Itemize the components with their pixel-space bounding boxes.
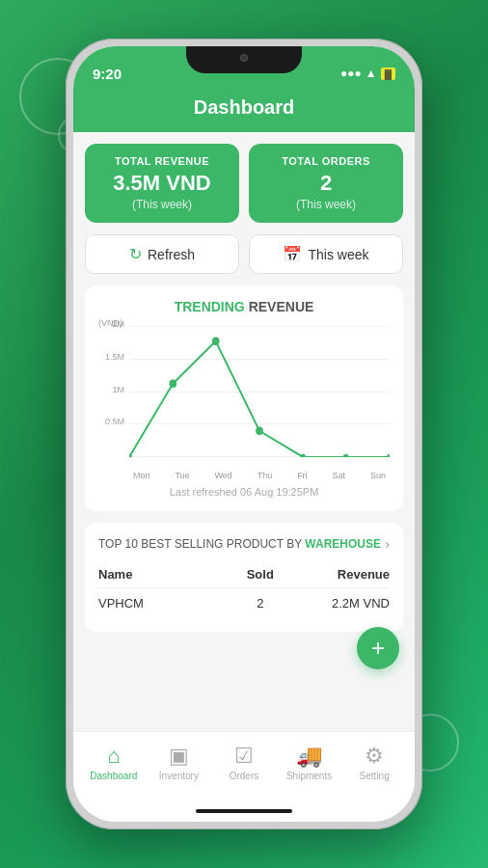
orders-icon: ☑: [234, 744, 254, 769]
dot-fri: [300, 454, 306, 457]
table-header: Name Sold Revenue: [98, 561, 390, 588]
revenue-label: TOTAL REVENUE: [96, 155, 228, 167]
x-label-sat: Sat: [333, 471, 346, 480]
x-label-mon: Mon: [133, 471, 150, 480]
chart-title: TRENDING REVENUE: [98, 299, 390, 314]
this-week-label: This week: [308, 247, 368, 262]
nav-inventory-label: Inventory: [159, 771, 199, 781]
cell-name-0: VPHCM: [98, 596, 228, 610]
nav-setting[interactable]: ⚙ Setting: [341, 744, 407, 781]
status-time: 9:20: [93, 66, 122, 82]
refresh-label: Refresh: [148, 247, 195, 262]
col-header-revenue: Revenue: [292, 567, 390, 582]
x-label-sun: Sun: [370, 471, 386, 480]
x-label-tue: Tue: [175, 471, 189, 480]
chart-line: [129, 341, 390, 457]
chart-svg: [129, 326, 390, 457]
home-indicator: [73, 800, 415, 822]
cell-revenue-0: 2.2M VND: [292, 596, 390, 610]
nav-orders[interactable]: ☑ Orders: [211, 744, 277, 781]
app-header: Dashboard: [73, 89, 415, 132]
x-label-wed: Wed: [214, 471, 231, 480]
wifi-icon: ▲: [366, 67, 377, 80]
setting-icon: ⚙: [365, 744, 384, 769]
x-label-thu: Thu: [258, 471, 273, 480]
nav-shipments-label: Shipments: [286, 771, 332, 781]
total-orders-card: TOTAL ORDERS 2 (This week): [249, 144, 403, 223]
col-header-name: Name: [98, 567, 228, 582]
orders-period: (This week): [260, 198, 392, 211]
nav-dashboard-label: Dashboard: [90, 771, 137, 781]
selling-title-prefix: TOP 10 BEST SELLING PRODUCT BY: [98, 537, 302, 551]
calendar-icon: 📅: [283, 245, 302, 263]
table-row: VPHCM 2 2.2M VND: [98, 588, 390, 618]
camera: [240, 54, 248, 62]
fab-plus-icon: +: [371, 635, 385, 662]
chart-area: (VND) 2M 1.5M 1M: [98, 326, 390, 480]
dot-wed: [212, 338, 220, 345]
orders-label: TOTAL ORDERS: [260, 155, 392, 167]
nav-orders-label: Orders: [230, 771, 259, 781]
status-bar: 9:20 ●●● ▲ ▓: [73, 46, 415, 89]
chart-card: TRENDING REVENUE (VND) 2M 1.5M: [85, 285, 403, 511]
signal-icon: ●●●: [340, 67, 362, 80]
this-week-button[interactable]: 📅 This week: [249, 234, 403, 274]
x-label-fri: Fri: [297, 471, 308, 480]
chevron-right-icon[interactable]: ›: [385, 536, 390, 552]
main-content: TOTAL REVENUE 3.5M VND (This week) TOTAL…: [73, 132, 415, 731]
dot-sat: [343, 454, 349, 457]
revenue-text: REVENUE: [249, 299, 314, 314]
top-selling-card: TOP 10 BEST SELLING PRODUCT BY WAREHOUSE…: [85, 523, 403, 632]
status-icons: ●●● ▲ ▓: [340, 67, 395, 80]
chart-svg-container: [129, 326, 390, 457]
trending-text: TRENDING: [175, 299, 245, 314]
action-row: ↻ Refresh 📅 This week: [85, 234, 403, 274]
dot-sun: [387, 454, 390, 457]
col-header-sold: Sold: [228, 567, 292, 582]
battery-icon: ▓: [381, 68, 395, 80]
revenue-period: (This week): [96, 198, 228, 211]
nav-dashboard[interactable]: ⌂ Dashboard: [81, 744, 147, 781]
nav-setting-label: Setting: [360, 771, 390, 781]
refresh-button[interactable]: ↻ Refresh: [85, 234, 239, 274]
selling-title: TOP 10 BEST SELLING PRODUCT BY WAREHOUSE: [98, 537, 381, 551]
home-icon: ⌂: [107, 744, 120, 769]
shipments-icon: 🚚: [296, 744, 322, 769]
inventory-icon: ▣: [169, 744, 189, 769]
cell-sold-0: 2: [228, 596, 292, 610]
stats-row: TOTAL REVENUE 3.5M VND (This week) TOTAL…: [85, 144, 403, 223]
bottom-nav: ⌂ Dashboard ▣ Inventory ☑ Orders 🚚 Shipm…: [73, 731, 415, 800]
page-title: Dashboard: [194, 96, 294, 118]
chart-refresh-text: Last refreshed 06 Aug 19:25PM: [98, 486, 390, 498]
revenue-value: 3.5M VND: [96, 171, 228, 196]
selling-header: TOP 10 BEST SELLING PRODUCT BY WAREHOUSE…: [98, 536, 390, 552]
nav-inventory[interactable]: ▣ Inventory: [147, 744, 212, 781]
warehouse-label: WAREHOUSE: [305, 537, 381, 551]
dot-tue: [169, 379, 176, 387]
refresh-icon: ↻: [129, 245, 142, 263]
total-revenue-card: TOTAL REVENUE 3.5M VND (This week): [85, 144, 239, 223]
orders-value: 2: [260, 171, 392, 196]
dot-thu: [256, 427, 263, 435]
fab-add-button[interactable]: +: [357, 627, 399, 669]
x-axis: Mon Tue Wed Thu Fri Sat Sun: [129, 471, 390, 480]
nav-shipments[interactable]: 🚚 Shipments: [277, 744, 342, 781]
notch: [186, 46, 302, 73]
home-bar: [196, 809, 292, 813]
